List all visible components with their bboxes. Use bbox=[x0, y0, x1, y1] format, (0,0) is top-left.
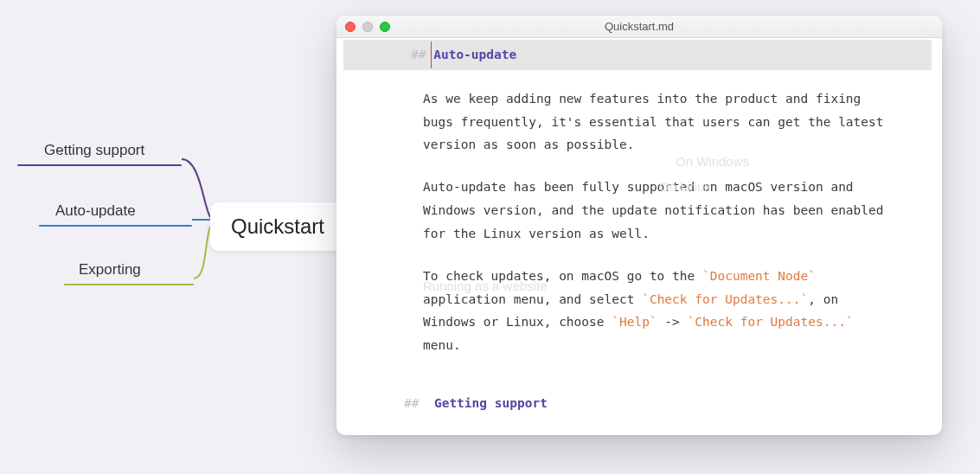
traffic-lights bbox=[345, 22, 390, 32]
editor-window: Quickstart.md ##Auto-update On Windows O… bbox=[336, 16, 942, 435]
inline-code: `Help` bbox=[612, 315, 657, 329]
heading-hashes: ## bbox=[411, 48, 426, 61]
root-label: Quickstart bbox=[231, 215, 324, 238]
mindmap-branch-exporting[interactable]: Exporting bbox=[74, 258, 146, 282]
text: -> bbox=[657, 315, 688, 329]
paragraph-1: As we keep adding new features into the … bbox=[423, 87, 890, 157]
inline-code: `Check for Updates...` bbox=[688, 315, 854, 329]
close-icon[interactable] bbox=[345, 22, 355, 32]
minimize-icon[interactable] bbox=[362, 22, 373, 32]
branch-label: Getting support bbox=[44, 142, 144, 158]
branch-label: Auto-update bbox=[55, 202, 136, 219]
current-line-highlight: ##Auto-update bbox=[343, 40, 932, 70]
window-titlebar[interactable]: Quickstart.md bbox=[336, 16, 942, 38]
mindmap-root-node[interactable]: Quickstart bbox=[210, 202, 345, 251]
text: menu. bbox=[423, 338, 461, 352]
heading-text: Getting support bbox=[434, 396, 548, 410]
mindmap-branch-auto-update[interactable]: Auto-update bbox=[50, 199, 141, 223]
text-cursor bbox=[431, 42, 432, 68]
inline-code: `Document Node` bbox=[702, 269, 816, 283]
paragraph-2: Auto-update has been fully supported on … bbox=[423, 176, 890, 245]
mindmap-branch-getting-support[interactable]: Getting support bbox=[39, 138, 150, 163]
maximize-icon[interactable] bbox=[380, 22, 390, 32]
branch-label: Exporting bbox=[79, 261, 141, 278]
heading-text: Auto-update bbox=[433, 48, 516, 61]
inline-code: `Check for Updates...` bbox=[642, 292, 808, 306]
faded-branch-running-website: Running as a website bbox=[423, 274, 547, 298]
editor-content[interactable]: As we keep adding new features into the … bbox=[336, 70, 942, 385]
mindmap: Getting support Auto-update Exporting Qu… bbox=[17, 134, 363, 307]
faded-branch-on-windows: On Windows bbox=[676, 150, 749, 174]
window-title: Quickstart.md bbox=[336, 20, 942, 33]
heading-getting-support: ## Getting support bbox=[336, 392, 942, 415]
editor-body[interactable]: ##Auto-update On Windows On Linux Runnin… bbox=[336, 38, 942, 435]
heading-hashes: ## bbox=[404, 396, 419, 410]
faded-branch-on-linux: On Linux bbox=[659, 175, 711, 199]
